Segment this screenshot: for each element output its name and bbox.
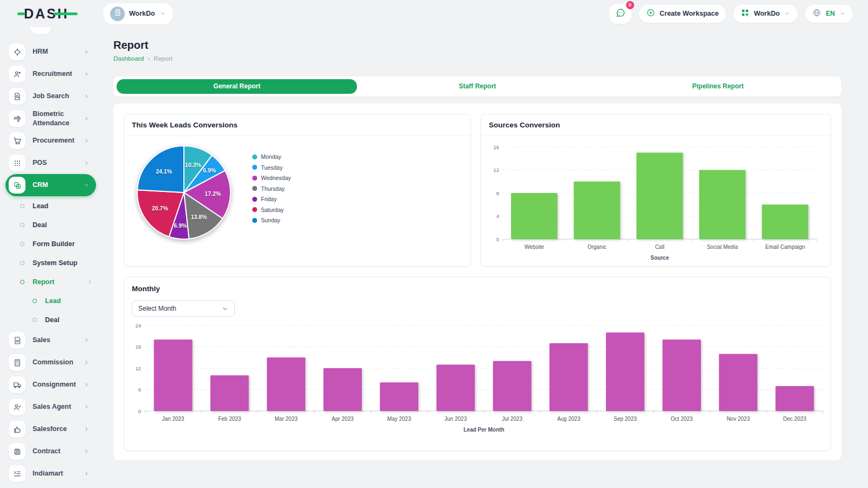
sidebar-subitem-deal[interactable]: Deal <box>5 310 96 329</box>
sidebar-item-sales-agent[interactable]: Sales Agent <box>5 396 96 418</box>
tab-staff-report[interactable]: Staff Report <box>357 79 597 94</box>
sidebar-item-indiamart[interactable]: Indiamart <box>5 463 96 485</box>
messages-badge: 0 <box>626 1 634 9</box>
chevron-right-icon <box>84 448 90 454</box>
sidebar-item-commission[interactable]: Commission <box>5 351 96 374</box>
breadcrumb-dashboard-link[interactable]: Dashboard <box>113 55 144 62</box>
legend-item-saturday: Saturday <box>252 207 291 213</box>
sidebar-item-biometric-attendance[interactable]: Biometric Attendance <box>5 107 96 130</box>
sidebar-item-label: POS <box>33 158 47 167</box>
sidebar-item-crm[interactable]: CRM <box>5 174 96 196</box>
sidebar-item-recruitment[interactable]: Recruitment <box>5 63 96 85</box>
monthly-title: Monthly <box>124 277 831 293</box>
legend-dot-icon <box>252 218 257 223</box>
chevron-right-icon <box>87 279 93 285</box>
sidebar-subitem-system-setup[interactable]: System Setup <box>5 253 96 272</box>
sidebar-item-sales[interactable]: Sales <box>5 329 96 351</box>
sidebar-subitem-label: Deal <box>33 221 47 229</box>
sidebar-item-label: Procurement <box>33 136 74 145</box>
legend-item-monday: Monday <box>252 153 291 160</box>
x-tick-label: Apr 2023 <box>331 416 354 422</box>
sidebar-item-contract[interactable]: Contract <box>5 440 96 463</box>
chevron-right-icon <box>84 49 90 55</box>
x-axis-label: Source <box>650 255 669 261</box>
x-tick-label: Feb 2023 <box>218 416 241 422</box>
sidebar-subitem-label: Deal <box>45 316 59 324</box>
sidebar-item-label: Job Search <box>33 92 69 100</box>
y-tick-label: 8 <box>496 190 499 196</box>
sidebar-item-hrm[interactable]: HRM <box>5 41 96 63</box>
legend-label: Wednesday <box>261 175 291 181</box>
building-icon <box>113 8 122 19</box>
legend-item-wednesday: Wednesday <box>252 175 291 181</box>
sidebar-item-label: Sales <box>33 336 50 344</box>
sidebar: HRMRecruitmentJob SearchBiometric Attend… <box>0 27 103 488</box>
sidebar-subitem-report[interactable]: Report <box>5 272 96 291</box>
chevron-right-icon <box>84 337 90 343</box>
bullet-icon <box>20 280 24 284</box>
sidebar-item-label: Salesforce <box>33 425 67 433</box>
workspace-name: WorkDo <box>129 10 155 17</box>
sidebar-item-job-search[interactable]: Job Search <box>5 85 96 107</box>
sidebar-item-label: Consignment <box>33 380 76 389</box>
bar-call <box>636 153 683 239</box>
legend-dot-icon <box>252 165 257 170</box>
tab-general-report[interactable]: General Report <box>117 79 357 94</box>
chevron-right-icon <box>84 426 90 432</box>
x-tick-label: Organic <box>588 244 607 250</box>
app-switcher[interactable]: WorkDo <box>733 5 798 23</box>
workspace-switcher[interactable]: WorkDo <box>103 3 173 24</box>
legend-label: Saturday <box>261 207 284 213</box>
bar-website <box>511 193 558 239</box>
bullet-icon <box>20 261 24 265</box>
bar-dec-2023 <box>776 386 814 411</box>
bullet-icon <box>33 318 37 322</box>
chevron-right-icon <box>84 115 90 121</box>
sidebar-item-procurement[interactable]: Procurement <box>5 130 96 152</box>
language-switcher[interactable]: EN <box>805 5 853 23</box>
sidebar-item-label: CRM <box>33 181 48 189</box>
y-tick-label: 0 <box>138 408 141 414</box>
legend-dot-icon <box>252 186 257 191</box>
sidebar-subitem-form-builder[interactable]: Form Builder <box>5 234 96 253</box>
legend-item-tuesday: Tuesday <box>252 164 291 171</box>
sidebar-subitem-deal[interactable]: Deal <box>5 215 96 234</box>
sources-conversion-card: Sources Conversion 0481216WebsiteOrganic… <box>481 114 831 267</box>
month-select[interactable]: Select Month <box>132 300 235 317</box>
sidebar-item-pos[interactable]: POS <box>5 152 96 174</box>
create-workspace-button[interactable]: Create Workspace <box>639 5 726 23</box>
sidebar-subitem-label: System Setup <box>33 259 78 267</box>
bar-sep-2023 <box>606 332 644 411</box>
y-tick-label: 18 <box>135 344 141 350</box>
sidebar-item-consignment[interactable]: Consignment <box>5 374 96 396</box>
bar-aug-2023 <box>550 343 588 411</box>
pos-icon <box>9 155 25 171</box>
tab-pipelines-report[interactable]: Pipelines Report <box>598 79 838 94</box>
sidebar-subitem-lead[interactable]: Lead <box>5 291 96 310</box>
sidebar-subitem-label: Form Builder <box>33 240 75 248</box>
y-tick-label: 16 <box>493 144 499 150</box>
chevron-right-icon <box>84 93 90 99</box>
breadcrumb-current: Report <box>154 55 173 62</box>
messages-button[interactable]: 0 <box>609 4 631 24</box>
chevron-right-icon <box>84 359 90 365</box>
main-content: Report Dashboard › Report General Report… <box>103 27 868 488</box>
bar-feb-2023 <box>210 375 249 411</box>
sidebar-item-salesforce[interactable]: Salesforce <box>5 418 96 440</box>
sidebar-subitem-lead[interactable]: Lead <box>5 196 96 215</box>
monthly-bar-chart: 06121824Jan 2023Feb 2023Mar 2023Apr 2023… <box>129 320 826 435</box>
bar-apr-2023 <box>323 368 362 411</box>
topbar: DASH WorkDo 0 Create Workspace WorkDo EN <box>0 0 868 27</box>
bullet-icon <box>20 223 24 227</box>
x-tick-label: Nov 2023 <box>726 416 750 422</box>
x-tick-label: Jan 2023 <box>162 416 185 422</box>
breadcrumb-separator: › <box>148 55 150 62</box>
legend-item-friday: Friday <box>252 196 291 202</box>
topbar-right: 0 Create Workspace WorkDo EN <box>609 4 853 24</box>
app-switcher-label: WorkDo <box>754 10 780 17</box>
chevron-down-icon <box>839 10 846 17</box>
recruitment-icon <box>9 66 25 82</box>
workspace-avatar <box>110 7 125 21</box>
legend-label: Tuesday <box>261 164 283 171</box>
logo-wrap: DASH <box>0 6 103 22</box>
